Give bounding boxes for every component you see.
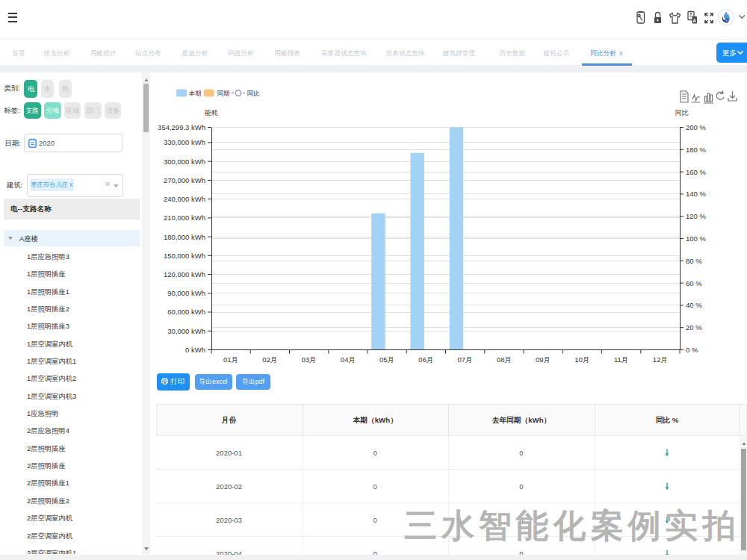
svg-text:40 %: 40 %	[686, 301, 702, 309]
svg-text:08月: 08月	[497, 355, 512, 364]
svg-text:02月: 02月	[262, 355, 277, 364]
svg-text:180,000 kWh: 180,000 kWh	[164, 233, 205, 241]
svg-text:同期: 同期	[217, 90, 230, 97]
svg-text:09月: 09月	[536, 355, 551, 364]
svg-text:160 %: 160 %	[686, 168, 706, 176]
svg-text:10月: 10月	[574, 355, 589, 364]
svg-text:本期: 本期	[189, 90, 202, 97]
svg-text:240,000 kWh: 240,000 kWh	[164, 195, 205, 203]
svg-text:同比: 同比	[675, 109, 689, 116]
svg-text:0 kWh: 0 kWh	[185, 346, 205, 354]
svg-text:200 %: 200 %	[686, 123, 706, 131]
svg-text:30,000 kWh: 30,000 kWh	[167, 327, 205, 335]
svg-text:07月: 07月	[458, 355, 473, 364]
svg-text:150,000 kWh: 150,000 kWh	[164, 252, 205, 260]
svg-text:05月: 05月	[379, 355, 394, 364]
svg-text:0 %: 0 %	[686, 346, 698, 354]
svg-text:60 %: 60 %	[686, 279, 702, 287]
svg-text:20 %: 20 %	[686, 323, 702, 332]
svg-text:300,000 kWh: 300,000 kWh	[164, 158, 205, 166]
svg-text:180 %: 180 %	[686, 146, 706, 154]
svg-text:03月: 03月	[302, 355, 317, 364]
svg-text:210,000 kWh: 210,000 kWh	[164, 214, 205, 222]
svg-text:11月: 11月	[614, 355, 628, 364]
svg-text:100 %: 100 %	[686, 234, 706, 243]
svg-text:330,000 kWh: 330,000 kWh	[164, 138, 205, 146]
svg-text:同比: 同比	[247, 90, 261, 97]
svg-text:140 %: 140 %	[686, 190, 706, 198]
svg-text:01月: 01月	[223, 355, 238, 364]
svg-text:80 %: 80 %	[686, 257, 702, 265]
svg-text:能耗: 能耗	[205, 109, 218, 116]
svg-text:270,000 kWh: 270,000 kWh	[164, 176, 205, 184]
svg-text:120,000 kWh: 120,000 kWh	[164, 270, 205, 279]
svg-text:12月: 12月	[653, 355, 668, 364]
svg-text:90,000 kWh: 90,000 kWh	[167, 289, 205, 297]
svg-text:120 %: 120 %	[686, 212, 706, 220]
svg-text:354,299.3 kWh: 354,299.3 kWh	[158, 123, 205, 131]
svg-text:60,000 kWh: 60,000 kWh	[167, 308, 205, 316]
svg-text:04月: 04月	[341, 355, 356, 364]
svg-text:06月: 06月	[418, 355, 433, 364]
